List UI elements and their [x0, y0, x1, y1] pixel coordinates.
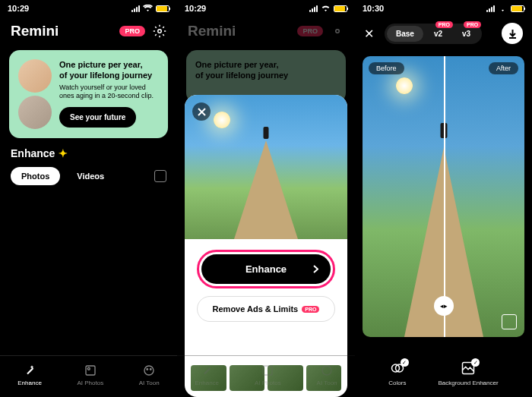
- status-bar: 10:29: [177, 0, 355, 17]
- photos-icon: [84, 364, 97, 377]
- bottom-nav: Enhance AI Photos AI Toon: [177, 355, 355, 397]
- pro-badge: PRO: [297, 26, 323, 36]
- status-bar: 10:29: [0, 0, 177, 17]
- svg-point-0: [158, 30, 162, 33]
- svg-point-6: [336, 30, 340, 33]
- after-label: After: [489, 62, 518, 74]
- toon-icon: [320, 364, 334, 377]
- pro-badge[interactable]: PRO: [119, 26, 145, 36]
- section-title: Enhance✦: [0, 143, 177, 164]
- tool-colors[interactable]: ✓ Colors: [388, 361, 406, 386]
- svg-point-2: [87, 367, 90, 370]
- close-icon: [198, 108, 206, 116]
- gallery-icon[interactable]: [154, 170, 166, 182]
- nav-ai-toon: AI Toon: [317, 364, 337, 386]
- face-young: [18, 59, 52, 93]
- enhance-highlight: Enhance: [197, 250, 335, 288]
- gear-icon: [331, 24, 344, 38]
- pro-badge-small: PRO: [302, 306, 319, 313]
- app-logo: Remini: [11, 23, 59, 39]
- chevron-right-icon: [313, 265, 318, 273]
- promo-title: One picture per year,of your lifelong jo…: [195, 59, 288, 81]
- signal-icon: [309, 5, 318, 12]
- bottom-nav: Enhance AI Photos AI Toon: [0, 355, 177, 397]
- svg-rect-7: [263, 366, 272, 375]
- svg-point-4: [147, 369, 148, 370]
- action-sheet: Enhance Remove Ads & Limits PRO: [185, 95, 347, 397]
- wifi-icon: [143, 5, 153, 12]
- photos-icon: [261, 364, 274, 377]
- svg-point-8: [322, 366, 331, 375]
- svg-rect-1: [86, 366, 95, 375]
- screen-home: 10:29 Remini PRO One picture per year,of…: [0, 0, 177, 397]
- promo-title: One picture per year,of your lifelong jo…: [59, 59, 159, 81]
- mode-selector: Base v2PRO v3PRO: [385, 24, 482, 44]
- nav-ai-toon[interactable]: AI Toon: [139, 364, 160, 386]
- status-time: 10:29: [8, 4, 29, 13]
- mode-v3[interactable]: v3PRO: [453, 26, 480, 42]
- header: Remini PRO: [0, 17, 177, 46]
- enhance-button[interactable]: Enhance: [201, 254, 331, 284]
- slider-handle[interactable]: ◂▸: [434, 296, 454, 316]
- sun: [396, 77, 413, 94]
- screen-compare: 10:30 ✕ Base v2PRO v3PRO Before After ◂▸…: [355, 0, 532, 397]
- compare-view[interactable]: Before After ◂▸: [363, 56, 524, 337]
- promo-card[interactable]: One picture per year,of your lifelong jo…: [9, 50, 168, 138]
- status-time: 10:29: [185, 4, 206, 13]
- battery-icon: [334, 5, 347, 12]
- before-label: Before: [369, 62, 404, 74]
- person: [264, 127, 269, 139]
- signal-icon: [131, 5, 140, 12]
- status-bar: 10:30: [355, 0, 532, 17]
- tool-background-enhancer[interactable]: ✓ Background Enhancer: [438, 361, 498, 386]
- remove-ads-button[interactable]: Remove Ads & Limits PRO: [197, 296, 335, 322]
- tab-photos[interactable]: Photos: [11, 167, 60, 185]
- nav-ai-photos[interactable]: AI Photos: [77, 364, 103, 386]
- wand-icon: [23, 364, 36, 377]
- mode-base[interactable]: Base: [387, 26, 423, 42]
- sun: [214, 112, 230, 128]
- preview-image: [185, 95, 347, 239]
- toon-icon: [142, 364, 156, 377]
- compare-header: ✕ Base v2PRO v3PRO: [355, 17, 532, 50]
- app-logo: Remini: [188, 23, 236, 39]
- tab-videos[interactable]: Videos: [66, 167, 115, 185]
- close-sheet-button[interactable]: [192, 102, 211, 121]
- svg-point-3: [144, 366, 154, 375]
- see-future-button[interactable]: See your future: [59, 107, 136, 128]
- nav-enhance: Enhance: [195, 364, 219, 386]
- battery-icon: [511, 5, 524, 12]
- wand-icon: [200, 364, 214, 377]
- svg-point-5: [150, 369, 152, 370]
- promo-subtitle: Watch yourself or your loved ones aging …: [59, 83, 159, 101]
- compare-slider[interactable]: [444, 56, 445, 337]
- sparkle-icon: ✦: [59, 147, 68, 159]
- wifi-icon: [498, 5, 508, 12]
- battery-icon: [156, 5, 169, 12]
- promo-faces: [18, 59, 52, 129]
- check-icon: ✓: [401, 358, 409, 367]
- bookmark-icon[interactable]: [502, 314, 517, 329]
- close-button[interactable]: ✕: [364, 27, 374, 41]
- status-indicators: [131, 5, 169, 12]
- mode-v2[interactable]: v2PRO: [425, 26, 451, 42]
- face-old: [18, 96, 52, 129]
- stairs: [234, 140, 298, 239]
- header: Remini PRO: [177, 17, 355, 46]
- gear-icon[interactable]: [153, 24, 166, 38]
- status-time: 10:30: [363, 4, 384, 13]
- screen-enhance-sheet: 10:29 Remini PRO One picture per year,of…: [177, 0, 355, 397]
- wifi-icon: [321, 5, 331, 12]
- media-tabs: Photos Videos: [0, 164, 177, 188]
- download-icon: [508, 29, 518, 39]
- tools-nav: ✓ Colors ✓ Background Enhancer: [355, 353, 532, 397]
- check-icon: ✓: [471, 358, 480, 367]
- nav-ai-photos: AI Photos: [255, 364, 281, 386]
- download-button[interactable]: [502, 23, 523, 44]
- signal-icon: [486, 5, 495, 12]
- nav-enhance[interactable]: Enhance: [17, 364, 42, 386]
